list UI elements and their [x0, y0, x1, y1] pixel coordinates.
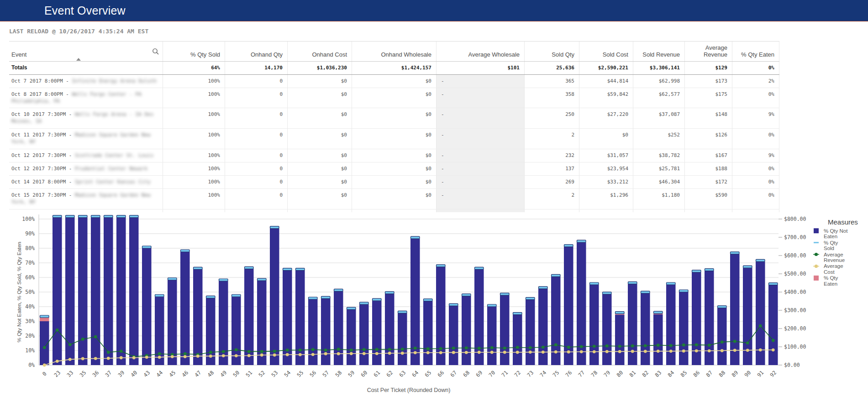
bar-pct-qty-not-eaten[interactable]	[91, 218, 100, 365]
dot-average-revenue[interactable]	[682, 344, 685, 347]
dot-average-revenue[interactable]	[235, 348, 238, 351]
bar-cap-pct-qty-sold[interactable]	[130, 215, 139, 218]
legend-item-label[interactable]: Cost	[824, 269, 835, 275]
bar-cap-pct-qty-sold[interactable]	[385, 292, 395, 294]
dot-average-revenue[interactable]	[733, 340, 736, 343]
dot-average-revenue[interactable]	[644, 344, 647, 347]
dot-average-cost[interactable]	[388, 352, 391, 355]
dot-average-cost[interactable]	[401, 352, 404, 355]
dot-average-cost[interactable]	[695, 349, 698, 352]
bar-cap-pct-qty-sold[interactable]	[449, 303, 458, 306]
dot-average-cost[interactable]	[593, 350, 596, 353]
dot-average-revenue[interactable]	[94, 335, 97, 339]
bar-cap-pct-qty-sold[interactable]	[321, 296, 331, 298]
bar-cap-pct-qty-sold[interactable]	[718, 306, 727, 308]
bar-cap-pct-qty-sold[interactable]	[577, 240, 586, 242]
dot-average-cost[interactable]	[618, 350, 621, 353]
dot-average-revenue[interactable]	[490, 346, 494, 350]
dot-average-cost[interactable]	[209, 355, 212, 358]
bar-pct-qty-eaten[interactable]	[40, 318, 49, 321]
bar-cap-pct-qty-sold[interactable]	[679, 290, 689, 292]
dot-average-revenue[interactable]	[580, 345, 583, 348]
dot-average-cost[interactable]	[196, 355, 200, 358]
bar-pct-qty-not-eaten[interactable]	[78, 218, 88, 365]
bar-pct-qty-not-eaten[interactable]	[436, 267, 446, 365]
dot-average-cost[interactable]	[631, 350, 634, 353]
bar-cap-pct-qty-sold[interactable]	[181, 250, 190, 252]
bar-pct-qty-not-eaten[interactable]	[474, 269, 484, 365]
bar-pct-qty-not-eaten[interactable]	[462, 296, 471, 365]
bar-cap-pct-qty-sold[interactable]	[309, 297, 318, 299]
bar-cap-pct-qty-sold[interactable]	[347, 307, 356, 309]
bar-pct-qty-not-eaten[interactable]	[487, 307, 497, 365]
dot-average-cost[interactable]	[260, 354, 263, 357]
table-row[interactable]: Oct 12 2017 7:30PM - Prudential Center N…	[9, 162, 779, 176]
dot-average-revenue[interactable]	[426, 347, 430, 350]
dot-average-revenue[interactable]	[375, 348, 379, 351]
legend-swatch-line[interactable]	[814, 242, 819, 243]
bar-cap-pct-qty-sold[interactable]	[462, 294, 471, 296]
bar-cap-pct-qty-sold[interactable]	[91, 215, 100, 218]
dot-average-cost[interactable]	[542, 350, 545, 354]
column-header-sold_revenue[interactable]: Sold Revenue	[633, 42, 685, 61]
bar-cap-pct-qty-sold[interactable]	[373, 298, 382, 301]
dot-average-revenue[interactable]	[452, 346, 455, 350]
dot-average-revenue[interactable]	[439, 347, 442, 350]
dot-average-revenue[interactable]	[478, 347, 481, 350]
bar-cap-pct-qty-sold[interactable]	[705, 269, 714, 271]
dot-average-revenue[interactable]	[286, 349, 289, 352]
dot-average-cost[interactable]	[132, 356, 136, 360]
dot-average-revenue[interactable]	[695, 343, 698, 346]
dot-average-cost[interactable]	[350, 352, 353, 355]
bar-cap-pct-qty-sold[interactable]	[194, 267, 203, 269]
bar-cap-pct-qty-sold[interactable]	[270, 226, 279, 229]
dot-average-cost[interactable]	[363, 352, 366, 355]
bar-pct-qty-not-eaten[interactable]	[104, 218, 113, 365]
dot-average-revenue[interactable]	[184, 352, 187, 355]
dot-average-cost[interactable]	[222, 354, 225, 357]
dot-average-revenue[interactable]	[605, 345, 609, 348]
dot-average-cost[interactable]	[414, 351, 417, 354]
bar-cap-pct-qty-sold[interactable]	[424, 299, 433, 301]
table-row[interactable]: Oct 8 2017 8:00PM - Wells Fargo Center -…	[9, 88, 779, 108]
column-header-pct_qty_eaten[interactable]: % Qty Eaten	[732, 42, 779, 61]
bar-cap-pct-qty-sold[interactable]	[769, 283, 778, 285]
dot-average-cost[interactable]	[158, 355, 161, 359]
dot-average-revenue[interactable]	[388, 348, 391, 351]
column-header-pct_qty_sold[interactable]: % Qty Sold	[163, 42, 225, 61]
dot-average-revenue[interactable]	[542, 345, 545, 349]
dot-average-cost[interactable]	[733, 349, 736, 352]
bar-cap-pct-qty-sold[interactable]	[488, 304, 497, 307]
table-row[interactable]: Oct 15 2017 7:30PM - Madison Square Gard…	[9, 189, 779, 209]
bar-cap-pct-qty-sold[interactable]	[283, 268, 292, 271]
dot-average-revenue[interactable]	[759, 324, 762, 328]
dot-average-revenue[interactable]	[567, 345, 570, 349]
dot-average-cost[interactable]	[503, 351, 506, 354]
bar-cap-pct-qty-sold[interactable]	[398, 311, 407, 313]
dot-average-cost[interactable]	[669, 350, 673, 353]
bar-cap-pct-qty-sold[interactable]	[117, 215, 126, 218]
bar-cap-pct-qty-sold[interactable]	[66, 215, 75, 218]
dot-average-revenue[interactable]	[68, 343, 72, 346]
legend-item-label[interactable]: Average	[824, 263, 843, 269]
table-row[interactable]: Oct 12 2017 7:30PM - Scottrade Center St…	[9, 149, 779, 162]
dot-average-revenue[interactable]	[529, 346, 532, 350]
dot-average-cost[interactable]	[439, 351, 442, 354]
dot-average-cost[interactable]	[708, 349, 711, 352]
dot-average-revenue[interactable]	[401, 348, 404, 351]
dot-average-cost[interactable]	[273, 354, 276, 357]
dot-average-cost[interactable]	[426, 351, 430, 354]
dot-average-cost[interactable]	[145, 355, 148, 359]
dot-average-cost[interactable]	[299, 353, 302, 356]
bar-pct-qty-not-eaten[interactable]	[423, 301, 433, 365]
bar-cap-pct-qty-sold[interactable]	[526, 298, 535, 300]
legend-swatch-square[interactable]	[814, 276, 819, 281]
bar-pct-qty-not-eaten[interactable]	[372, 301, 382, 365]
bar-pct-qty-not-eaten[interactable]	[53, 218, 62, 365]
table-row[interactable]: Oct 14 2017 8:00PM - Sprint Center Kansa…	[9, 176, 779, 189]
dot-average-revenue[interactable]	[669, 344, 673, 347]
bar-pct-qty-not-eaten[interactable]	[653, 314, 663, 365]
bar-cap-pct-qty-sold[interactable]	[206, 296, 216, 298]
bar-cap-pct-qty-sold[interactable]	[168, 278, 177, 280]
bar-pct-qty-not-eaten[interactable]	[615, 315, 625, 365]
